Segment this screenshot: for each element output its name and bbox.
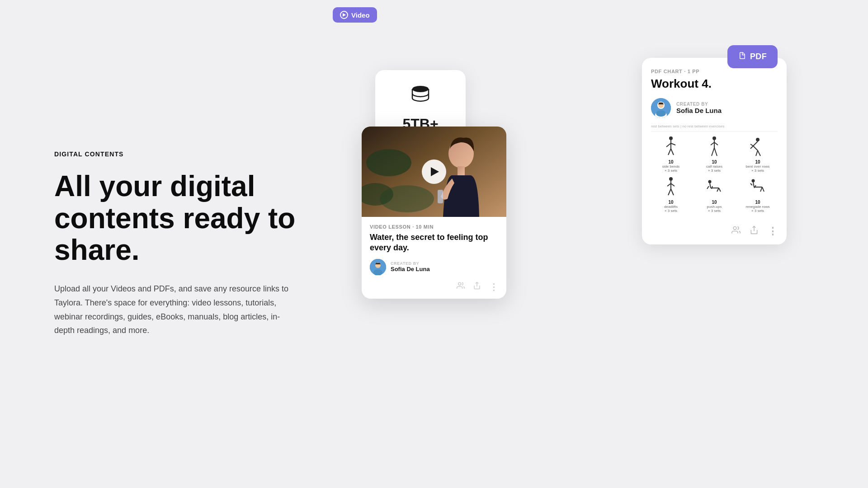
description-text: Upload all your Videos and PDFs, and sav…: [54, 282, 298, 337]
svg-rect-52: [438, 190, 443, 203]
svg-point-53: [366, 149, 411, 176]
video-meta: VIDEO LESSON · 10 MIN: [370, 224, 498, 230]
play-button[interactable]: [422, 160, 446, 184]
pdf-badge: PDF: [727, 45, 778, 68]
svg-line-25: [756, 150, 758, 156]
svg-line-34: [710, 183, 711, 188]
video-author-name: Sofia De Luna: [391, 266, 430, 272]
svg-line-17: [714, 148, 716, 153]
video-card-footer: ⋮: [362, 282, 506, 299]
video-more-icon[interactable]: ⋮: [489, 282, 498, 292]
video-author-avatar: [370, 259, 386, 275]
video-badge-label: Video: [351, 11, 370, 19]
svg-line-8: [666, 143, 671, 147]
section-label: DIGITAL CONTENTS: [54, 150, 307, 158]
exercise-grid: 10 side bends × 3 sets: [651, 136, 778, 213]
svg-line-31: [668, 189, 671, 195]
video-share-icon[interactable]: [473, 282, 481, 292]
svg-point-47: [733, 227, 736, 230]
video-thumbnail: [362, 127, 506, 217]
svg-line-29: [667, 183, 671, 186]
pdf-author-name: Sofia De Luna: [676, 107, 722, 114]
svg-point-12: [712, 136, 716, 140]
pdf-workout-card: PDF CHART · 1 PP Workout 4.: [642, 58, 787, 244]
exercise-push-ups: 10 push-ups × 3 sets: [694, 176, 734, 213]
svg-line-39: [719, 188, 721, 192]
svg-line-19: [716, 153, 717, 156]
svg-line-22: [750, 144, 753, 146]
video-users-icon[interactable]: [457, 282, 465, 292]
svg-line-16: [712, 148, 714, 153]
main-heading: All your digital contents ready to share…: [54, 170, 307, 266]
svg-point-5: [656, 110, 666, 117]
svg-line-41: [753, 182, 754, 187]
svg-point-6: [669, 136, 673, 140]
right-section: PDF 5TB+ PDF CHART · 1 PP Workout 4.: [326, 0, 814, 488]
pdf-doc-icon: [738, 52, 746, 62]
svg-line-24: [753, 146, 758, 150]
svg-line-43: [750, 183, 752, 185]
svg-line-36: [707, 186, 709, 189]
pdf-card-footer: ⋮: [651, 220, 778, 237]
svg-line-32: [671, 189, 674, 195]
video-author: CREATED BY Sofia De Luna: [370, 259, 498, 275]
pdf-badge-label: PDF: [750, 52, 767, 61]
pdf-created-by-label: CREATED BY: [676, 102, 722, 107]
exercise-deadlifts: 10 deadlifts × 3 sets: [651, 176, 691, 213]
pdf-author-info: CREATED BY Sofia De Luna: [676, 102, 722, 114]
video-author-info: CREATED BY Sofia De Luna: [391, 261, 430, 272]
exercise-side-bends: 10 side bends × 3 sets: [651, 136, 691, 173]
pdf-author-avatar: [651, 98, 671, 118]
svg-line-30: [671, 183, 675, 186]
svg-line-15: [714, 142, 718, 145]
svg-line-23: [750, 146, 753, 149]
pdf-card-author: CREATED BY Sofia De Luna: [651, 98, 778, 118]
video-title: Water, the secret to feeling top every d…: [370, 232, 498, 253]
exercise-calf-raises: 10 calf raises × 3 sets: [694, 136, 734, 173]
svg-point-20: [756, 138, 760, 141]
svg-line-21: [753, 141, 758, 146]
svg-line-11: [671, 149, 674, 155]
exercise-bent-over-rows: 10 bent over rows × 3 sets: [738, 136, 778, 173]
video-created-by-label: CREATED BY: [391, 261, 430, 266]
left-section: DIGITAL CONTENTS All your digital conten…: [54, 150, 326, 338]
page-container: DIGITAL CONTENTS All your digital conten…: [0, 0, 868, 488]
pdf-share-icon[interactable]: [750, 225, 759, 237]
svg-point-27: [669, 177, 673, 181]
pdf-users-icon[interactable]: [731, 225, 741, 237]
svg-rect-51: [458, 166, 465, 175]
video-badge: Video: [333, 7, 377, 23]
pdf-more-icon[interactable]: ⋮: [768, 225, 778, 237]
svg-line-38: [717, 188, 719, 192]
video-card-content: VIDEO LESSON · 10 MIN Water, the secret …: [362, 217, 506, 282]
svg-line-14: [711, 142, 714, 145]
svg-line-18: [712, 153, 712, 156]
svg-line-9: [671, 143, 675, 145]
exercise-renegade-rows: 10 renegade rows × 3 sets: [738, 176, 778, 213]
play-triangle-icon: [343, 13, 346, 17]
svg-line-10: [668, 149, 671, 155]
svg-point-40: [752, 179, 755, 183]
play-triangle-icon: [431, 167, 439, 176]
svg-point-0: [412, 86, 429, 92]
video-play-icon: [340, 11, 348, 19]
pdf-card-title: Workout 4.: [651, 77, 778, 91]
video-card: VIDEO LESSON · 10 MIN Water, the secret …: [362, 127, 506, 299]
svg-line-26: [758, 150, 760, 156]
svg-point-59: [458, 282, 461, 285]
svg-line-45: [760, 187, 762, 192]
database-icon: [384, 84, 457, 111]
rest-between-sets-text: rest between sets | no rest between exer…: [651, 124, 778, 131]
svg-line-46: [762, 187, 764, 192]
pdf-card-meta: PDF CHART · 1 PP: [651, 69, 778, 74]
svg-point-33: [708, 180, 712, 183]
svg-line-37: [712, 186, 712, 189]
